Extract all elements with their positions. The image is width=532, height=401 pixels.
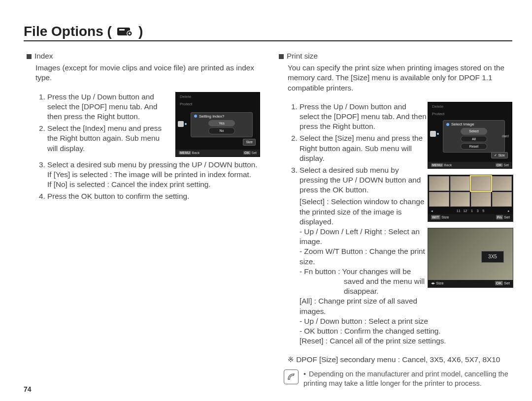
option-reset: Reset — [461, 143, 487, 150]
screenshot-menu-delete: Delete — [428, 102, 512, 112]
nav-dot-icon — [437, 133, 439, 135]
thumbnail-footer: W/T Size Fn Set — [428, 214, 513, 221]
screenshot-footer: MENU Back OK Set — [176, 150, 260, 156]
thumbnail-grid-screenshot: ◂11 12 1 3 5▸ W/T Size Fn Set — [428, 175, 513, 222]
screenshot-menu-delete: Delete — [176, 93, 260, 102]
single-image-size-screenshot: 3X5 ◂▸ Size OK Set — [428, 228, 513, 288]
printsize-intro: You can specify the print size when prin… — [288, 63, 512, 93]
size-tag-checked: ✓ Size — [491, 152, 508, 158]
right-column: Print size You can specify the print siz… — [276, 51, 512, 388]
popup-title: Setting Index? — [194, 114, 249, 120]
nav-dot-icon — [185, 123, 187, 125]
note-text: Depending on the manufacturer and print … — [303, 370, 512, 388]
file-options-icon — [117, 26, 133, 37]
title-text: File Options ( — [24, 24, 112, 39]
size-menu-screenshot: Delete Protect Select Image Select All R… — [428, 102, 512, 169]
page-number: 74 — [24, 385, 32, 393]
side-text: dard — [502, 134, 509, 138]
option-select: Select — [461, 128, 487, 134]
option-all: All — [461, 136, 487, 142]
index-step-3: Select a desired sub menu by pressing th… — [47, 160, 260, 190]
svg-rect-3 — [119, 29, 125, 31]
index-heading: Index — [27, 51, 260, 61]
print-size-value: 3X5 — [481, 251, 504, 263]
secondary-menu-note: ※ DPOF [Size] secondary menu : Cancel, 3… — [288, 355, 512, 365]
screenshot-menu-protect: Protect — [428, 111, 512, 118]
popup-title: Select Image — [446, 122, 501, 127]
printsize-heading: Print size — [279, 51, 512, 61]
title-close: ) — [138, 24, 143, 39]
left-column: Index Images (except for movie clips and… — [24, 51, 260, 388]
option-yes: Yes — [208, 120, 235, 126]
screenshot-menu-protect: Protect — [176, 101, 260, 108]
page-title: File Options ( ) — [24, 24, 512, 41]
size-tag: Size — [243, 139, 256, 145]
index-intro: Images (except for movie clips and voice… — [35, 63, 260, 83]
photo-footer: ◂▸ Size OK Set — [428, 280, 513, 287]
index-step-4: Press the OK button to confirm the setti… — [47, 191, 260, 201]
svg-point-2 — [129, 32, 131, 34]
option-no: No — [208, 127, 235, 134]
thumbnail-index-numbers: 11 12 1 3 5 — [457, 209, 484, 213]
play-mode-icon — [178, 121, 184, 127]
screenshot-footer: MENU Back OK Set — [428, 162, 512, 168]
play-mode-icon — [430, 131, 436, 137]
index-screenshot: Delete Protect Setting Index? Yes No Siz… — [175, 92, 260, 157]
note-icon — [284, 370, 299, 384]
